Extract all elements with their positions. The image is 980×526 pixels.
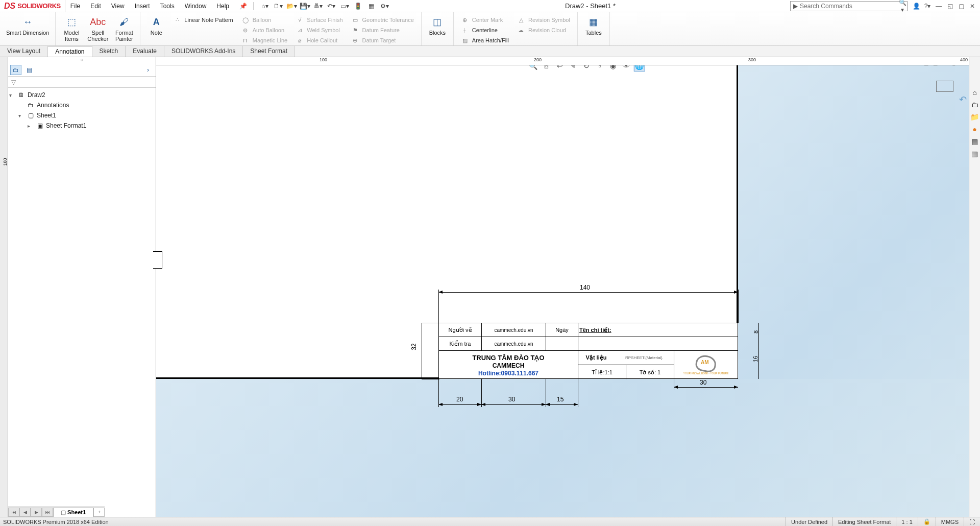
- taskpane-view-palette-icon[interactable]: ●: [970, 125, 979, 134]
- note-button[interactable]: A Note: [143, 14, 169, 37]
- tree-twisty-icon[interactable]: ▾: [18, 113, 24, 118]
- tree-node-root[interactable]: ▾ 🗎 Draw2: [9, 90, 155, 100]
- tab-annotation[interactable]: Annotation: [48, 46, 92, 57]
- taskpane-appearances-icon[interactable]: ▤: [970, 137, 979, 146]
- tree-expand-icon[interactable]: ›: [142, 65, 154, 75]
- rev-symbol-label: Revision Symbol: [528, 17, 570, 23]
- centerline-label: Centerline: [472, 27, 498, 33]
- sheet-first-icon[interactable]: ⏮: [8, 508, 19, 517]
- sheet-tab-sheet1[interactable]: ▢ Sheet1: [53, 508, 93, 517]
- geometric-tolerance-button[interactable]: ▭Geometric Tolerance: [349, 15, 416, 25]
- search-input[interactable]: [800, 3, 898, 10]
- rebuild-icon[interactable]: 🚦: [352, 1, 364, 11]
- tree-twisty-icon[interactable]: ▸: [28, 123, 34, 129]
- revision-cloud-button[interactable]: ☁Revision Cloud: [515, 26, 572, 35]
- search-run-icon[interactable]: ▶: [791, 3, 800, 10]
- pattern-icon: ∴: [173, 17, 181, 23]
- view-triad: [936, 81, 953, 92]
- home-icon[interactable]: ⌂▾: [259, 1, 271, 11]
- auto-balloon-button[interactable]: ⊚Auto Balloon: [239, 26, 290, 35]
- close-icon[interactable]: ✕: [968, 2, 977, 11]
- tree-filter[interactable]: ▽: [8, 77, 156, 88]
- revision-symbol-button[interactable]: △Revision Symbol: [515, 15, 572, 25]
- smart-dimension-button[interactable]: ↔ Smart Dimension: [3, 14, 52, 37]
- status-units[interactable]: MMGS: [936, 517, 964, 526]
- tree-tab-feature-icon[interactable]: 🗀: [10, 65, 21, 75]
- datum-feature-button[interactable]: ⚑Datum Feature: [349, 26, 416, 35]
- menu-tools[interactable]: Tools: [155, 3, 180, 10]
- save-icon[interactable]: 💾▾: [299, 1, 311, 11]
- user-icon[interactable]: 👤: [912, 2, 921, 11]
- menu-view[interactable]: View: [106, 3, 130, 10]
- help-icon[interactable]: ?▾: [923, 2, 932, 11]
- dim-line: [438, 292, 738, 293]
- tree-node-sheet[interactable]: ▾ ▢ Sheet1: [9, 110, 155, 121]
- surface-finish-button[interactable]: √Surface Finish: [293, 15, 345, 25]
- menu-help[interactable]: Help: [211, 3, 234, 10]
- datum-target-button[interactable]: ⊕Datum Target: [349, 36, 416, 45]
- tab-sketch[interactable]: Sketch: [92, 46, 126, 57]
- taskpane-custom-props-icon[interactable]: ▦: [970, 149, 979, 158]
- tree-tab-property-icon[interactable]: ▤: [23, 65, 35, 75]
- restore-icon[interactable]: ◱: [945, 2, 954, 11]
- magnetic-line-button[interactable]: ⊓Magnetic Line: [239, 36, 290, 45]
- tab-evaluate[interactable]: Evaluate: [126, 46, 164, 57]
- center-mark-button[interactable]: ⊕Center Mark: [459, 15, 511, 25]
- search-icon[interactable]: 🔍▾: [898, 0, 907, 13]
- tab-addins[interactable]: SOLIDWORKS Add-Ins: [164, 46, 243, 57]
- menu-window[interactable]: Window: [180, 3, 212, 10]
- taskpane-home-icon[interactable]: ⌂: [970, 88, 979, 97]
- tab-view-layout[interactable]: View Layout: [0, 46, 48, 57]
- spell-icon: Abc: [90, 15, 106, 29]
- new-doc-icon[interactable]: 🗋▾: [272, 1, 284, 11]
- taskpane-design-library-icon[interactable]: 🗀: [970, 100, 979, 109]
- linear-note-pattern-button[interactable]: ∴Linear Note Pattern: [171, 15, 235, 25]
- open-doc-icon[interactable]: 📂▾: [285, 1, 298, 11]
- tree-node-sheet-format[interactable]: ▸ ▣ Sheet Format1: [9, 121, 155, 131]
- undo-icon[interactable]: ↶▾: [325, 1, 337, 11]
- sheet-format-icon: ▣: [36, 122, 44, 130]
- minimize-icon[interactable]: —: [934, 2, 943, 11]
- annotations-folder-icon: 🗀: [27, 101, 35, 109]
- maximize-icon[interactable]: ▢: [957, 2, 966, 11]
- sheet-last-icon[interactable]: ⏭: [42, 508, 53, 517]
- sheet-next-icon[interactable]: ▶: [31, 508, 42, 517]
- graphics-area[interactable]: 100 200 300 400 🔍 ⧈ ↩ ✎ ↻ ▫ ◉ 👁 🌐 ◫ ▥ — …: [156, 57, 969, 517]
- menu-file[interactable]: File: [65, 3, 85, 10]
- taskpane-file-explorer-icon[interactable]: 📁: [970, 112, 979, 122]
- status-scale[interactable]: 1 : 1: [896, 517, 917, 526]
- spell-checker-button[interactable]: Abc Spell Checker: [84, 14, 111, 43]
- status-fullscreen-icon[interactable]: ⛶: [964, 517, 980, 526]
- sheet-prev-icon[interactable]: ◀: [19, 508, 31, 517]
- status-lock-icon[interactable]: 🔒: [918, 517, 936, 526]
- blocks-label: Blocks: [429, 30, 446, 36]
- tree-node-annotations[interactable]: 🗀 Annotations: [9, 100, 155, 110]
- menu-edit[interactable]: Edit: [85, 3, 106, 10]
- options-icon[interactable]: ⚙▾: [378, 1, 390, 11]
- blocks-button[interactable]: ◫ Blocks: [425, 14, 450, 37]
- hole-callout-button[interactable]: ⌀Hole Callout: [293, 36, 345, 45]
- search-commands[interactable]: ▶ 🔍▾: [790, 1, 908, 11]
- menu-insert[interactable]: Insert: [130, 3, 155, 10]
- weld-symbol-button[interactable]: ⊿Weld Symbol: [293, 26, 345, 35]
- area-hatch-button[interactable]: ▨Area Hatch/Fill: [459, 36, 511, 45]
- gtol-label: Geometric Tolerance: [362, 17, 414, 23]
- add-sheet-icon[interactable]: ＋: [93, 508, 105, 517]
- pin-icon[interactable]: 📌: [234, 3, 252, 10]
- tab-sheet-format[interactable]: Sheet Format: [243, 46, 295, 57]
- balloon-button[interactable]: ◯Balloon: [239, 15, 290, 25]
- title-block[interactable]: Người vẽ cammech.edu.vn Ngày Tên chi tiế…: [438, 323, 738, 379]
- note-label: Note: [151, 30, 162, 36]
- auto-balloon-label: Auto Balloon: [253, 27, 284, 33]
- tree-twisty-icon[interactable]: ▾: [9, 92, 15, 98]
- print-icon[interactable]: 🖶▾: [312, 1, 324, 11]
- select-icon[interactable]: ▭▾: [338, 1, 351, 11]
- centerline-button[interactable]: ⟊Centerline: [459, 26, 511, 35]
- rev-symbol-icon: △: [517, 17, 525, 23]
- format-painter-button[interactable]: 🖌 Format Painter: [111, 14, 137, 43]
- weld-icon: ⊿: [296, 27, 304, 34]
- model-items-button[interactable]: ⬚ Model Items: [59, 14, 84, 43]
- file-props-icon[interactable]: ▦: [365, 1, 377, 11]
- undo-arrow-icon[interactable]: ↶: [959, 94, 967, 105]
- tables-button[interactable]: ▦ Tables: [581, 14, 606, 37]
